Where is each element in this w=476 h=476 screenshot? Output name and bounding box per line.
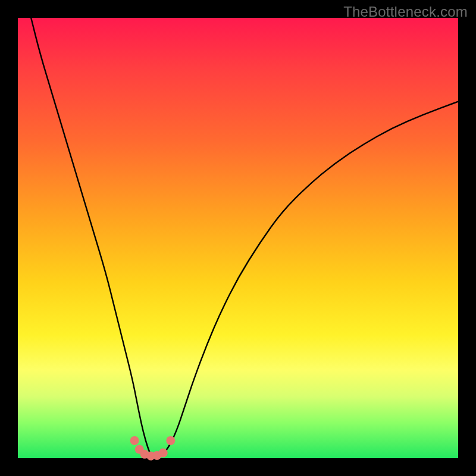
- outer-frame: TheBottleneck.com: [0, 0, 476, 476]
- highlight-dot: [130, 436, 139, 445]
- watermark-text: TheBottleneck.com: [343, 4, 468, 20]
- highlight-dot: [159, 449, 168, 458]
- highlight-dot: [166, 436, 175, 445]
- bottleneck-curve: [31, 18, 458, 458]
- chart-svg: [18, 18, 458, 458]
- plot-area: [18, 18, 458, 458]
